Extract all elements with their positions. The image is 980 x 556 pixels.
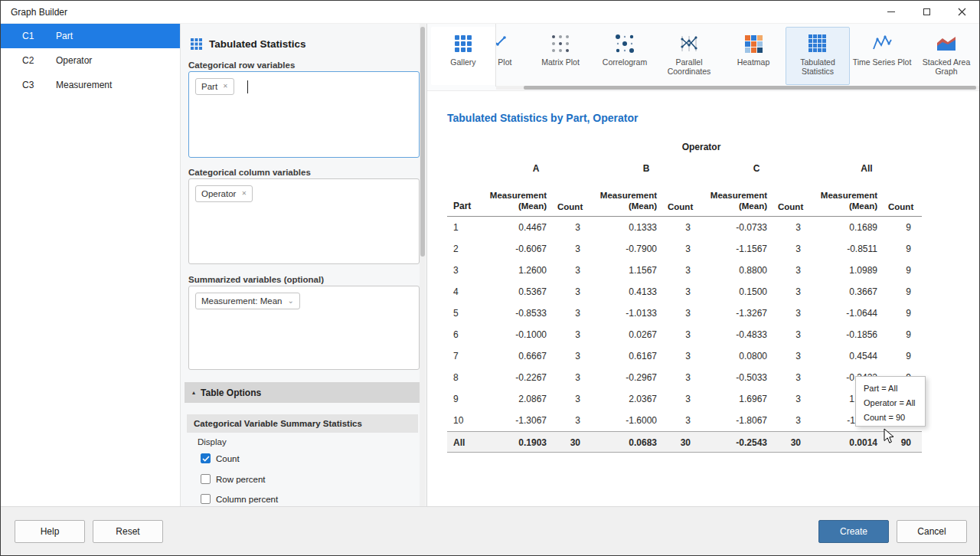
operator-span-header: Operator bbox=[481, 137, 922, 157]
measurement-mean-cell: 1.6967 bbox=[701, 388, 778, 410]
reset-button[interactable]: Reset bbox=[93, 520, 163, 543]
count-header: Count bbox=[888, 202, 922, 216]
measurement-mean-cell: 0.0800 bbox=[701, 345, 778, 367]
checkbox-count[interactable]: Count bbox=[201, 453, 240, 463]
count-cell: 30 bbox=[668, 432, 701, 453]
checkbox-column-percent[interactable]: Column percent bbox=[201, 494, 278, 504]
measurement-mean-cell: -1.3067 bbox=[481, 410, 557, 431]
table-options-header[interactable]: ▴ Table Options bbox=[185, 382, 420, 403]
measurement-mean-cell: 0.0267 bbox=[591, 324, 668, 345]
measurement-mean-cell: -0.2967 bbox=[591, 367, 668, 388]
gallery-item-tabulated-statistics[interactable]: Tabulated Statistics bbox=[786, 27, 850, 85]
measurement-mean-cell: -0.6067 bbox=[481, 238, 557, 260]
group-header: B bbox=[591, 157, 701, 180]
measurement-mean-cell: 1.0989 bbox=[812, 260, 888, 281]
column-name: Measurement bbox=[56, 80, 112, 90]
gallery-item-parallel-coordinates[interactable]: Parallel Coordinates bbox=[657, 27, 721, 85]
categorical-row-variables-box[interactable]: Part ✕ bbox=[188, 71, 420, 158]
gallery-item-correlogram[interactable]: Correlogram bbox=[593, 27, 657, 85]
summarized-variables-label: Summarized variables (optional) bbox=[188, 275, 324, 284]
variable-chip-operator[interactable]: Operator ✕ bbox=[195, 185, 253, 202]
scrollbar-thumb[interactable] bbox=[524, 86, 976, 90]
gallery-item-gallery[interactable]: Gallery bbox=[431, 27, 495, 85]
remove-icon[interactable]: ✕ bbox=[241, 191, 247, 197]
gallery-item-line-plot[interactable]: Line Plot bbox=[496, 27, 528, 85]
measurement-mean-cell: 0.4133 bbox=[591, 281, 668, 303]
gallery-horizontal-scrollbar[interactable] bbox=[496, 86, 980, 90]
scrollbar-thumb[interactable] bbox=[420, 27, 425, 257]
count-cell: 3 bbox=[668, 281, 701, 303]
table-row: 6-0.100030.02673-0.48333-0.18569 bbox=[447, 324, 922, 345]
gallery-item-heatmap[interactable]: Heatmap bbox=[721, 27, 786, 85]
display-label: Display bbox=[198, 437, 227, 446]
count-cell: 3 bbox=[778, 260, 812, 281]
builder-panel-title: Tabulated Statistics bbox=[209, 38, 306, 50]
gallery-item-time-series-plot[interactable]: Time Series Plot bbox=[850, 27, 914, 85]
gallery-item-matrix-plot[interactable]: Matrix Plot bbox=[528, 27, 593, 85]
part-cell: All bbox=[447, 432, 481, 453]
minimize-button[interactable] bbox=[874, 1, 909, 23]
measurement-mean-cell: -0.8511 bbox=[812, 238, 888, 260]
chip-label: Measurement: Mean bbox=[201, 296, 282, 306]
measurement-mean-cell: -0.5033 bbox=[701, 367, 778, 388]
parallel-coordinates-icon bbox=[678, 34, 700, 55]
checkbox-row-percent[interactable]: Row percent bbox=[201, 474, 266, 484]
sidebar-item-operator[interactable]: C2 Operator bbox=[1, 48, 180, 73]
measurement-mean-cell: 0.1903 bbox=[481, 432, 557, 453]
correlogram-icon bbox=[614, 34, 635, 55]
count-cell: 3 bbox=[557, 281, 591, 303]
count-cell: 3 bbox=[778, 238, 812, 260]
report-area: Tabulated Statistics by Part, Operator O… bbox=[427, 91, 980, 506]
measurement-mean-cell: -1.8067 bbox=[701, 410, 778, 431]
graph-builder-window: Graph Builder C1 Part C2 Operator C3 Mea… bbox=[0, 0, 980, 556]
tabulated-statistics-icon bbox=[190, 38, 203, 51]
maximize-button[interactable] bbox=[909, 1, 944, 23]
sidebar-item-part[interactable]: C1 Part bbox=[1, 24, 180, 48]
part-cell: 6 bbox=[447, 324, 481, 345]
close-button[interactable] bbox=[944, 1, 979, 23]
summary-statistics-section-header: Categorical Variable Summary Statistics bbox=[187, 414, 418, 433]
sidebar-item-measurement[interactable]: C3 Measurement bbox=[1, 73, 180, 97]
count-header: Count bbox=[778, 202, 812, 216]
measurement-mean-cell: -0.7900 bbox=[591, 238, 668, 260]
checkbox-label: Count bbox=[216, 454, 240, 463]
column-name: Operator bbox=[56, 55, 92, 66]
chip-label: Part bbox=[201, 82, 217, 91]
cancel-button[interactable]: Cancel bbox=[897, 520, 967, 543]
measurement-mean-cell: -0.4833 bbox=[701, 324, 778, 345]
column-id: C3 bbox=[1, 80, 56, 90]
table-options-label: Table Options bbox=[201, 388, 261, 398]
create-button[interactable]: Create bbox=[818, 520, 889, 543]
remove-icon[interactable]: ✕ bbox=[223, 83, 228, 90]
row-variables-label: Categorical row variables bbox=[188, 61, 295, 70]
part-cell: 4 bbox=[447, 281, 481, 303]
summarized-variables-box[interactable]: Measurement: Mean ⌄ bbox=[188, 286, 420, 370]
count-cell: 3 bbox=[778, 410, 812, 431]
measurement-mean-cell: 0.1500 bbox=[701, 281, 778, 303]
builder-panel-scrollbar[interactable] bbox=[420, 24, 426, 506]
tooltip-line: Count = 90 bbox=[864, 410, 925, 425]
table-row: All0.1903300.068330-0.2543300.001490 bbox=[447, 431, 922, 453]
variable-chip-part[interactable]: Part ✕ bbox=[195, 78, 234, 95]
measurement-mean-cell: 0.8800 bbox=[701, 260, 778, 281]
help-button[interactable]: Help bbox=[15, 520, 85, 543]
measurement-mean-cell: -0.1856 bbox=[812, 324, 888, 345]
gallery-item-label: Parallel Coordinates bbox=[658, 57, 720, 76]
categorical-column-variables-box[interactable]: Operator ✕ bbox=[188, 178, 420, 264]
measurement-mean-cell: 0.6167 bbox=[591, 345, 668, 367]
table-row: 92.086732.036731.696731.94009 bbox=[447, 388, 922, 410]
measurement-mean-cell: 2.0367 bbox=[591, 388, 668, 410]
part-header: Part bbox=[447, 201, 481, 216]
part-cell: 1 bbox=[447, 217, 481, 238]
gallery-item-stacked-area-graph[interactable]: Stacked Area Graph bbox=[914, 27, 978, 85]
measurement-mean-header: Measurement(Mean) bbox=[812, 190, 888, 216]
time-series-plot-icon bbox=[871, 34, 893, 55]
variable-chip-measurement-mean[interactable]: Measurement: Mean ⌄ bbox=[195, 293, 300, 309]
count-cell: 3 bbox=[778, 324, 812, 345]
heatmap-icon bbox=[743, 34, 764, 55]
gallery-item-label: Line Plot bbox=[496, 57, 528, 67]
chevron-down-icon[interactable]: ⌄ bbox=[287, 297, 293, 305]
stats-table: Operator A B C All Part Measurement(Mean… bbox=[447, 137, 922, 453]
part-cell: 10 bbox=[447, 410, 481, 431]
table-row: 10.446730.13333-0.073330.16899 bbox=[447, 217, 922, 238]
